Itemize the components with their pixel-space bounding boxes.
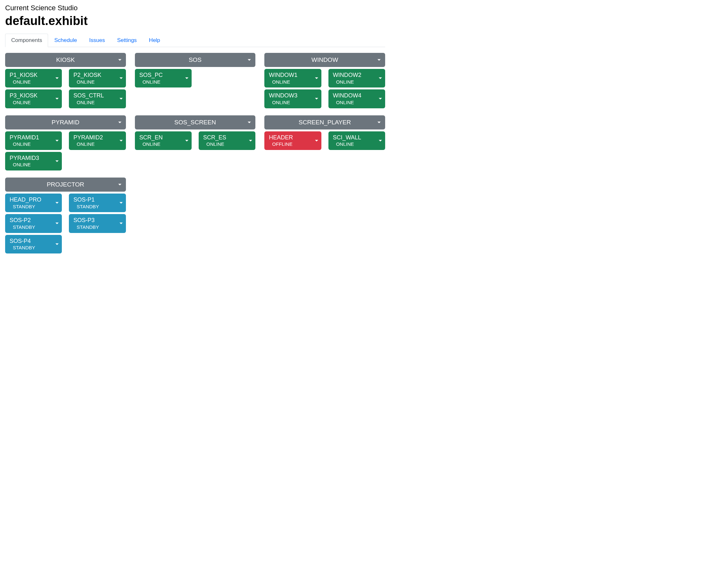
component-text: SOS_PCONLINE — [139, 71, 163, 85]
tab-help[interactable]: Help — [143, 34, 166, 47]
group-header-label: SCREEN_PLAYER — [299, 119, 351, 126]
component-status: STANDBY — [13, 245, 35, 251]
chevron-down-icon — [55, 243, 59, 245]
tab-components[interactable]: Components — [5, 34, 48, 47]
group-screen_player: SCREEN_PLAYERHEADEROFFLINESCI_WALLONLINE — [264, 115, 385, 171]
component-window4[interactable]: WINDOW4ONLINE — [328, 89, 385, 108]
component-pyramid3[interactable]: PYRAMID3ONLINE — [5, 152, 62, 170]
component-text: WINDOW4ONLINE — [333, 92, 361, 105]
component-pyramid1[interactable]: PYRAMID1ONLINE — [5, 131, 62, 150]
component-name: HEAD_PRO — [10, 196, 41, 203]
component-status: ONLINE — [143, 79, 161, 85]
group-header-pyramid[interactable]: PYRAMID — [5, 115, 126, 129]
tab-settings[interactable]: Settings — [111, 34, 143, 47]
group-header-projector[interactable]: PROJECTOR — [5, 178, 126, 192]
component-window1[interactable]: WINDOW1ONLINE — [264, 69, 321, 87]
component-name: SCR_ES — [203, 134, 226, 141]
component-scr_es[interactable]: SCR_ESONLINE — [199, 131, 255, 150]
group-window: WINDOWWINDOW1ONLINEWINDOW2ONLINEWINDOW3O… — [264, 53, 385, 108]
component-name: WINDOW1 — [269, 71, 297, 79]
component-sos_ctrl[interactable]: SOS_CTRLONLINE — [69, 89, 126, 108]
tab-issues[interactable]: Issues — [83, 34, 111, 47]
component-window3[interactable]: WINDOW3ONLINE — [264, 89, 321, 108]
component-text: SCI_WALLONLINE — [333, 134, 361, 147]
component-name: P1_KIOSK — [10, 71, 37, 79]
component-text: SOS-P3STANDBY — [73, 217, 99, 230]
component-status: ONLINE — [143, 141, 161, 147]
component-text: WINDOW2ONLINE — [333, 71, 361, 85]
component-header[interactable]: HEADEROFFLINE — [264, 131, 321, 150]
group-header-label: SOS_SCREEN — [174, 119, 216, 126]
chevron-down-icon — [55, 98, 59, 100]
component-text: PYRAMID3ONLINE — [10, 154, 39, 168]
group-header-sos[interactable]: SOS — [135, 53, 256, 67]
chevron-down-icon — [55, 140, 59, 141]
component-name: PYRAMID1 — [10, 134, 39, 141]
group-header-kiosk[interactable]: KIOSK — [5, 53, 126, 67]
component-text: WINDOW1ONLINE — [269, 71, 297, 85]
component-p1_kiosk[interactable]: P1_KIOSKONLINE — [5, 69, 62, 87]
group-sos_screen: SOS_SCREENSCR_ENONLINESCR_ESONLINE — [135, 115, 256, 171]
group-header-label: PYRAMID — [52, 119, 79, 126]
chevron-down-icon — [249, 140, 252, 141]
component-sos-p1[interactable]: SOS-P1STANDBY — [69, 194, 126, 212]
component-name: WINDOW2 — [333, 71, 361, 79]
component-sos_pc[interactable]: SOS_PCONLINE — [135, 69, 192, 87]
component-sci_wall[interactable]: SCI_WALLONLINE — [328, 131, 385, 150]
component-name: SOS-P2 — [10, 217, 31, 224]
component-scr_en[interactable]: SCR_ENONLINE — [135, 131, 192, 150]
tabs-bar: ComponentsScheduleIssuesSettingsHelp — [5, 34, 385, 47]
component-status: ONLINE — [206, 141, 224, 147]
components-list: SCR_ENONLINESCR_ESONLINE — [135, 131, 256, 150]
group-header-label: SOS — [189, 56, 202, 63]
chevron-down-icon — [315, 98, 318, 100]
component-name: P3_KIOSK — [10, 92, 37, 99]
chevron-down-icon — [248, 59, 251, 61]
component-status: STANDBY — [13, 224, 35, 230]
component-window2[interactable]: WINDOW2ONLINE — [328, 69, 385, 87]
component-status: ONLINE — [336, 79, 354, 85]
component-text: PYRAMID1ONLINE — [10, 134, 39, 147]
component-name: WINDOW3 — [269, 92, 297, 99]
group-header-window[interactable]: WINDOW — [264, 53, 385, 67]
component-sos-p4[interactable]: SOS-P4STANDBY — [5, 235, 62, 253]
component-text: SOS-P2STANDBY — [10, 217, 35, 230]
group-header-label: WINDOW — [311, 56, 338, 63]
component-name: WINDOW4 — [333, 92, 361, 99]
component-sos-p2[interactable]: SOS-P2STANDBY — [5, 214, 62, 233]
components-list: WINDOW1ONLINEWINDOW2ONLINEWINDOW3ONLINEW… — [264, 69, 385, 108]
group-header-sos_screen[interactable]: SOS_SCREEN — [135, 115, 256, 129]
component-pyramid2[interactable]: PYRAMID2ONLINE — [69, 131, 126, 150]
chevron-down-icon — [55, 202, 59, 204]
component-status: STANDBY — [13, 204, 35, 210]
group-header-screen_player[interactable]: SCREEN_PLAYER — [264, 115, 385, 129]
chevron-down-icon — [377, 59, 381, 61]
tab-schedule[interactable]: Schedule — [48, 34, 83, 47]
component-status: ONLINE — [336, 141, 354, 147]
components-list: PYRAMID1ONLINEPYRAMID2ONLINEPYRAMID3ONLI… — [5, 131, 126, 171]
component-status: ONLINE — [272, 100, 290, 106]
component-status: ONLINE — [13, 79, 31, 85]
component-status: OFFLINE — [272, 141, 292, 147]
component-sos-p3[interactable]: SOS-P3STANDBY — [69, 214, 126, 233]
component-p2_kiosk[interactable]: P2_KIOSKONLINE — [69, 69, 126, 87]
chevron-down-icon — [379, 140, 382, 141]
component-name: PYRAMID3 — [10, 154, 39, 162]
chevron-down-icon — [55, 78, 59, 79]
components-list: SOS_PCONLINE — [135, 69, 256, 87]
component-status: STANDBY — [77, 224, 99, 230]
component-status: ONLINE — [13, 141, 31, 147]
chevron-down-icon — [315, 78, 318, 79]
chevron-down-icon — [120, 223, 123, 224]
component-name: HEADER — [269, 134, 293, 141]
component-text: SCR_ESONLINE — [203, 134, 226, 147]
chevron-down-icon — [120, 98, 123, 100]
component-p3_kiosk[interactable]: P3_KIOSKONLINE — [5, 89, 62, 108]
component-status: ONLINE — [13, 162, 31, 168]
component-status: ONLINE — [77, 79, 95, 85]
group-header-label: KIOSK — [56, 56, 75, 63]
components-list: P1_KIOSKONLINEP2_KIOSKONLINEP3_KIOSKONLI… — [5, 69, 126, 108]
chevron-down-icon — [118, 59, 121, 61]
chevron-down-icon — [120, 78, 123, 79]
component-head_pro[interactable]: HEAD_PROSTANDBY — [5, 194, 62, 212]
